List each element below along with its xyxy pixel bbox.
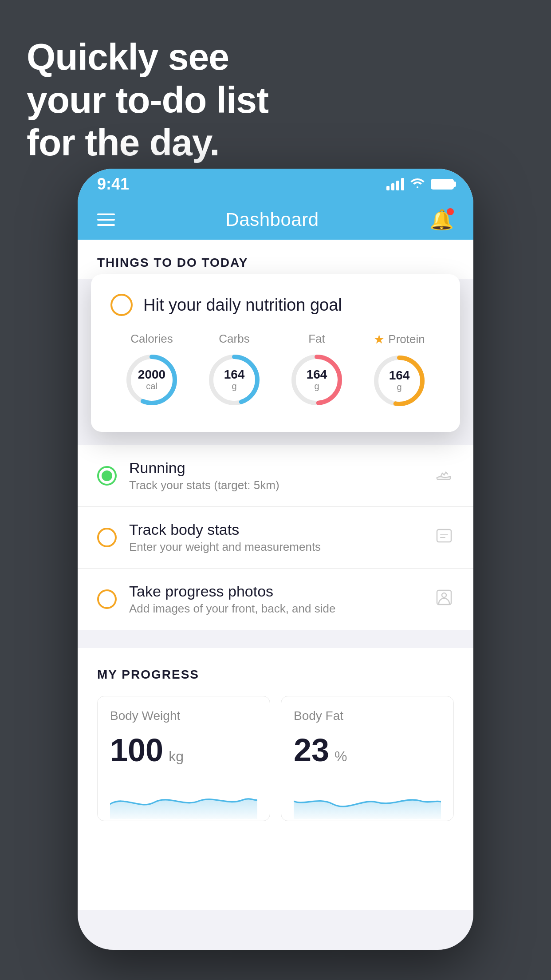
calories-value: 2000	[138, 368, 165, 381]
body-fat-card[interactable]: Body Fat 23 %	[281, 696, 454, 821]
running-text: Running Track your stats (target: 5km)	[129, 459, 422, 492]
body-weight-value: 100	[110, 732, 163, 768]
todo-item-body-stats[interactable]: Track body stats Enter your weight and m…	[78, 507, 473, 569]
calories-label: Calories	[130, 332, 173, 346]
fat-value: 164	[307, 368, 327, 381]
nutrition-protein: ★ Protein 164 g	[370, 332, 428, 410]
body-stats-checkbox[interactable]	[97, 528, 117, 547]
body-weight-label: Body Weight	[110, 709, 257, 723]
battery-icon	[431, 179, 454, 190]
progress-photos-checkbox[interactable]	[97, 589, 117, 609]
nutrition-fat: Fat 164 g	[288, 332, 346, 409]
todo-list: Running Track your stats (target: 5km) T…	[78, 445, 473, 630]
things-section-title: THINGS TO DO TODAY	[97, 256, 454, 270]
body-fat-value-row: 23 %	[294, 732, 441, 768]
bottom-spacer	[78, 821, 473, 910]
nutrition-checkbox[interactable]	[110, 294, 133, 316]
things-section-header: THINGS TO DO TODAY	[78, 240, 473, 279]
status-icons	[386, 177, 454, 192]
running-sub: Track your stats (target: 5km)	[129, 478, 422, 492]
headline: Quickly see your to-do list for the day.	[27, 36, 268, 164]
progress-photos-text: Take progress photos Add images of your …	[129, 583, 422, 616]
star-icon: ★	[374, 332, 385, 347]
wifi-icon	[410, 177, 425, 192]
carbs-value: 164	[224, 368, 245, 381]
svg-rect-8	[437, 530, 451, 542]
svg-point-10	[442, 593, 446, 597]
nutrition-card-title: Hit your daily nutrition goal	[143, 296, 342, 315]
body-stats-name: Track body stats	[129, 521, 422, 538]
body-fat-label: Body Fat	[294, 709, 441, 723]
notification-dot	[447, 208, 454, 215]
protein-label-row: ★ Protein	[374, 332, 425, 347]
protein-value: 164	[389, 369, 410, 382]
body-weight-chart	[110, 783, 257, 819]
todo-item-progress-photos[interactable]: Take progress photos Add images of your …	[78, 569, 473, 630]
progress-photos-sub: Add images of your front, back, and side	[129, 602, 422, 616]
headline-line3: for the day.	[27, 121, 268, 164]
headline-line1: Quickly see	[27, 36, 268, 79]
nutrition-calories: Calories 2000 cal	[123, 332, 181, 409]
running-checkbox[interactable]	[97, 466, 117, 486]
calories-donut: 2000 cal	[123, 351, 181, 409]
nutrition-card: Hit your daily nutrition goal Calories 2…	[91, 274, 460, 432]
nav-bar: Dashboard 🔔	[78, 200, 473, 240]
nutrition-card-header: Hit your daily nutrition goal	[110, 294, 441, 316]
protein-label: Protein	[388, 332, 425, 346]
body-fat-value: 23	[294, 732, 329, 768]
body-stats-sub: Enter your weight and measurements	[129, 540, 422, 554]
body-fat-unit: %	[335, 748, 347, 765]
phone-frame: 9:41 Dashboard	[78, 169, 473, 950]
signal-icon	[386, 178, 404, 190]
progress-title: MY PROGRESS	[97, 668, 454, 682]
headline-line2: your to-do list	[27, 79, 268, 122]
body-weight-unit: kg	[169, 748, 184, 765]
carbs-donut: 164 g	[205, 351, 263, 409]
nav-title: Dashboard	[226, 209, 319, 230]
protein-unit: g	[389, 382, 410, 392]
fat-unit: g	[307, 381, 327, 391]
protein-donut: 164 g	[370, 352, 428, 410]
bell-icon[interactable]: 🔔	[429, 208, 454, 231]
todo-item-running[interactable]: Running Track your stats (target: 5km)	[78, 445, 473, 507]
progress-cards: Body Weight 100 kg	[97, 696, 454, 821]
fat-label: Fat	[308, 332, 325, 346]
hamburger-icon[interactable]	[97, 213, 115, 226]
progress-section: MY PROGRESS Body Weight 100 kg	[78, 648, 473, 821]
fat-donut: 164 g	[288, 351, 346, 409]
nutrition-circles: Calories 2000 cal Carbs	[110, 332, 441, 410]
status-time: 9:41	[97, 175, 129, 194]
carbs-label: Carbs	[219, 332, 249, 346]
carbs-unit: g	[224, 381, 245, 391]
progress-photos-name: Take progress photos	[129, 583, 422, 600]
calories-unit: cal	[138, 381, 165, 391]
running-name: Running	[129, 459, 422, 477]
body-weight-value-row: 100 kg	[110, 732, 257, 768]
body-weight-card[interactable]: Body Weight 100 kg	[97, 696, 270, 821]
body-stats-text: Track body stats Enter your weight and m…	[129, 521, 422, 554]
person-icon	[434, 588, 454, 611]
scale-icon	[434, 526, 454, 549]
body-fat-chart	[294, 783, 441, 819]
status-bar: 9:41	[78, 169, 473, 200]
shoe-icon	[434, 464, 454, 488]
nutrition-carbs: Carbs 164 g	[205, 332, 263, 409]
